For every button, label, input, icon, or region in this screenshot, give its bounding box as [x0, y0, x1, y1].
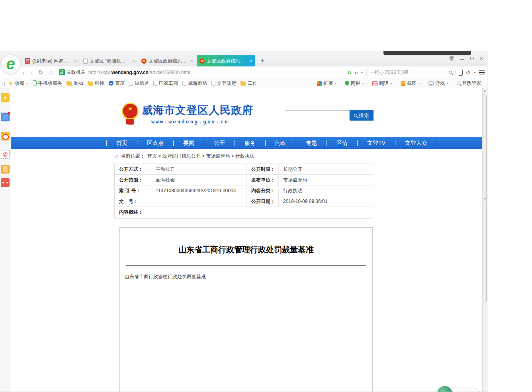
tab-close-icon[interactable]: × [74, 59, 77, 63]
screenshot-button[interactable]: 截图 [401, 80, 421, 87]
table-row: 文 号： 公开日期： 2018-10-09 09:36:01 [115, 196, 373, 207]
site-search-input[interactable] [285, 110, 350, 120]
breadcrumb-path[interactable]: 首页 > 政府部门信息公开 > 市场监管局 > 行政执法 [147, 153, 254, 160]
nav-wendeng-tv[interactable]: 文登TV [358, 140, 395, 147]
netease-mail-icon: 易 [25, 58, 30, 64]
cell-value: 主动公开 [151, 164, 247, 175]
maximize-button[interactable] [470, 57, 474, 60]
rail-mention-icon[interactable]: @ [1, 150, 10, 159]
bookmarks-bar: ‹| ★ 收藏 手机收藏夹 links 链接 百度 [0, 78, 487, 88]
games-button[interactable]: 游戏 [428, 80, 449, 87]
vertical-scrollbar[interactable]: ▲ [482, 88, 487, 392]
nav-news[interactable]: 要闻 [174, 140, 204, 147]
browser-content: ★ @ ★ 威海市文登区人民政府 www.wendeng.gov.cn [0, 88, 487, 392]
theme-skin-icon[interactable] [449, 56, 454, 60]
gov-emblem-logo: ★ [122, 103, 139, 125]
refresh-icon[interactable]: ↻ [38, 69, 43, 76]
search-icon[interactable] [449, 71, 452, 74]
extensions-button[interactable]: 扩展 [317, 80, 337, 87]
nav-district-gov[interactable]: 区政府 [137, 140, 173, 147]
tab-close-icon[interactable]: × [190, 59, 193, 63]
button-label: 游戏 [435, 80, 445, 87]
close-button[interactable]: × [480, 57, 483, 60]
cell-label: 公开时限： [247, 164, 279, 175]
rail-news-feed-icon[interactable] [1, 113, 10, 121]
chevron-down-icon [362, 83, 364, 85]
translate-button[interactable]: Aa 翻译 [372, 80, 393, 87]
tab-xinxigongkai-active[interactable]: 文登区政府信息公开 × [197, 55, 255, 66]
webpage: ★ 威海市文登区人民政府 www.wendeng.gov.cn 搜索 首页 区政… [11, 88, 483, 392]
bookmark-guojiagongshang[interactable]: 国家工商 [153, 80, 178, 87]
site-search-button[interactable]: 搜索 [350, 110, 374, 121]
mobile-sync-icon[interactable] [459, 70, 463, 76]
cell-value: 2018-10-09 09:36:01 [279, 196, 373, 207]
bookmark-favorites[interactable]: ★ 收藏 [8, 80, 29, 87]
floating-widget-ball[interactable] [436, 385, 453, 392]
collapse-sidebar-icon[interactable]: ‹| [2, 81, 5, 86]
new-tab-button[interactable]: + [258, 57, 267, 65]
nav-home[interactable]: 首页 [107, 140, 137, 147]
baidu-paw-icon [109, 81, 113, 86]
tab-close-icon[interactable]: × [132, 59, 135, 63]
mode-dropdown-icon[interactable] [361, 72, 363, 74]
nav-district-info[interactable]: 区情 [327, 140, 357, 147]
bookmark-phone-favorites[interactable]: 手机收藏夹 [33, 80, 62, 87]
tab-xinxigongkai[interactable]: 文登区政府信息公开 × [139, 55, 196, 66]
browser-mode-icon[interactable]: e [355, 70, 358, 76]
table-row: 内容概述： [115, 207, 373, 218]
breadcrumb-prefix: 当前位置： [121, 153, 145, 160]
recently-closed-icon[interactable]: ↺ [466, 70, 470, 76]
forward-icon[interactable]: › [30, 69, 32, 76]
password-manager-button[interactable]: 登录管家 [457, 80, 481, 87]
rail-gamepad-icon[interactable] [1, 178, 10, 187]
nav-wendeng-dazhong[interactable]: 文登大众 [395, 140, 437, 147]
table-row: 索 引 号： 11371080004359424S/201810-00004 内… [115, 185, 373, 196]
recently-closed-dropdown-icon[interactable] [473, 72, 476, 74]
bank-shield-button[interactable]: 网银 [345, 80, 364, 87]
nav-topics[interactable]: 专题 [296, 140, 327, 147]
bookmark-label: 百度 [115, 80, 125, 87]
drag-handle-icon: ⋮ [309, 81, 313, 86]
window-controls: × [449, 56, 483, 60]
rail-weibo-icon[interactable] [1, 132, 10, 140]
nav-ask-politics[interactable]: 问政 [266, 140, 296, 147]
quick-search-input[interactable] [370, 70, 446, 75]
cell-value [151, 207, 373, 218]
bookmark-duanxintong[interactable]: 短信通 [129, 80, 149, 87]
button-label: 截图 [407, 80, 417, 87]
bookmark-label: links [74, 80, 83, 86]
menu-icon[interactable] [479, 70, 485, 74]
bookmark-baidu[interactable]: 百度 [109, 80, 125, 87]
browser-logo-icon[interactable]: e [1, 55, 20, 74]
home-icon[interactable]: ⌂ [49, 69, 53, 76]
rail-notebook-icon[interactable] [1, 165, 10, 174]
bookmark-folder-links[interactable]: links [66, 80, 83, 86]
back-icon[interactable]: ‹ [22, 69, 24, 76]
bookmark-wendengzhengfu[interactable]: 文登政府 [211, 80, 236, 87]
bookmark-label: 链接 [95, 80, 104, 87]
bookmark-folder-gongzuo[interactable]: 工作 [241, 80, 257, 87]
site-title: 威海市文登区人民政府 [142, 103, 253, 117]
tab-close-icon[interactable]: × [250, 59, 252, 63]
tab-label: 文登区政府信息公开 [149, 58, 188, 64]
search-icon [354, 114, 357, 117]
bookmarks-bar-right: ⋮ 扩展 网银 Aa 翻译 截图 [309, 78, 485, 88]
scroll-up-icon[interactable]: ▲ [483, 89, 487, 92]
nav-open-info[interactable]: 公开 [204, 140, 235, 147]
site-domain: www.wendeng.gov.cn [151, 119, 229, 125]
tab-mail[interactable]: 易 (2封未读) 网易邮箱6.0版 × [22, 55, 80, 66]
rail-favorites-icon[interactable]: ★ [1, 93, 10, 102]
url-display[interactable]: http://xxgk.wendeng.gov.cn/article/26080… [88, 70, 190, 75]
nav-separator [437, 140, 437, 146]
shield-icon [345, 81, 349, 86]
tab-shuangsuiji[interactable]: 文登区 “双随机、一公开” 抽查 × [80, 55, 138, 66]
site-identity-badge[interactable]: 证 党政机关 [59, 69, 86, 76]
minimize-button[interactable] [460, 59, 464, 60]
search-button-label: 搜索 [359, 112, 369, 119]
bookmark-weihaishixin[interactable]: 威海市信 [182, 80, 207, 87]
bookmark-folder-lianjie[interactable]: 链接 [88, 80, 104, 87]
scrollbar-thumb[interactable] [483, 94, 487, 302]
no-trace-icon[interactable]: ↻ [347, 70, 352, 76]
cell-label: 内容分类： [247, 185, 279, 196]
nav-services[interactable]: 服务 [235, 140, 265, 147]
